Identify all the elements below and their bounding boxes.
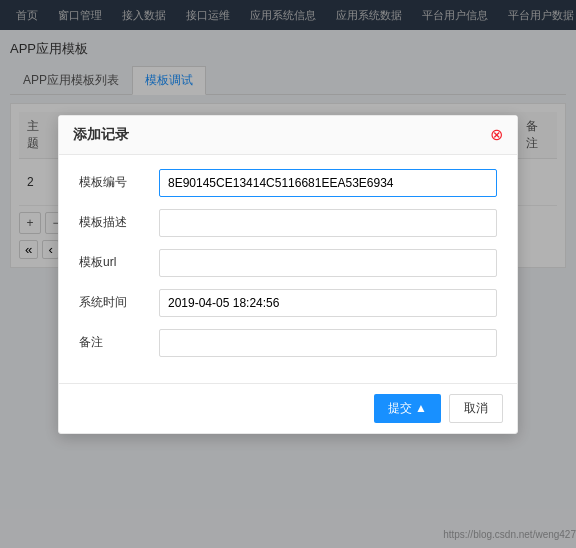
modal-body: 模板编号 模板描述 模板url 系统时间 备注	[59, 155, 517, 279]
label-template-url: 模板url	[79, 254, 159, 271]
input-template-url[interactable]	[159, 249, 497, 277]
label-template-no: 模板编号	[79, 174, 159, 191]
modal-close-button[interactable]: ⊗	[490, 127, 503, 143]
form-row-template-no: 模板编号	[79, 169, 497, 197]
form-row-template-desc: 模板描述	[79, 209, 497, 237]
add-record-modal: 添加记录 ⊗ 模板编号 模板描述 模板url 系统时间	[58, 115, 518, 279]
form-row-template-url: 模板url	[79, 249, 497, 277]
input-template-desc[interactable]	[159, 209, 497, 237]
label-template-desc: 模板描述	[79, 214, 159, 231]
input-template-no[interactable]	[159, 169, 497, 197]
modal-header: 添加记录 ⊗	[59, 116, 517, 155]
modal-title: 添加记录	[73, 126, 129, 144]
modal-overlay: 添加记录 ⊗ 模板编号 模板描述 模板url 系统时间	[0, 0, 576, 278]
